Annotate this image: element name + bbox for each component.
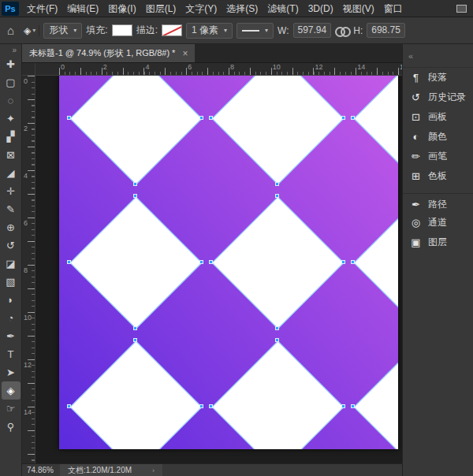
status-chevron-icon[interactable]: › (152, 467, 155, 474)
path-anchor-point[interactable] (351, 260, 355, 264)
hand-tool[interactable]: ☞ (2, 400, 20, 418)
diamond-shape[interactable] (69, 340, 202, 449)
width-input[interactable]: 597.94 (293, 23, 332, 38)
path-anchor-point[interactable] (351, 116, 355, 120)
crop-tool[interactable]: ▞ (2, 128, 20, 146)
shape-tool-preset-button[interactable]: ◈ ▾ (20, 25, 39, 36)
stroke-swatch[interactable] (162, 24, 182, 36)
panel-label: 历史记录 (428, 91, 466, 104)
diamond-shape[interactable] (353, 340, 398, 449)
path-anchor-point[interactable] (133, 194, 137, 198)
link-dimensions-icon[interactable] (335, 26, 349, 35)
stroke-width-select[interactable]: 1 像素 ▾ (186, 23, 233, 39)
menu-item-3[interactable]: 图层(L) (141, 0, 181, 17)
ruler-mark: 2 (24, 125, 28, 132)
path-anchor-point[interactable] (133, 182, 137, 186)
fill-swatch[interactable] (112, 24, 132, 36)
height-input[interactable]: 698.75 (367, 23, 405, 38)
brush-tool[interactable]: ✎ (2, 200, 20, 218)
path-anchor-point[interactable] (209, 404, 213, 408)
menu-item-2[interactable]: 图像(I) (103, 0, 140, 17)
panel-tab-4[interactable]: ✏画笔 (403, 147, 473, 166)
panel-tab-7[interactable]: ◎通道 (403, 213, 473, 232)
path-anchor-point[interactable] (209, 260, 213, 264)
eraser-tool[interactable]: ◪ (2, 255, 20, 273)
path-anchor-point[interactable] (275, 326, 279, 330)
diamond-shape[interactable] (211, 76, 344, 184)
panel-label: 颜色 (428, 130, 447, 143)
menu-item-5[interactable]: 选择(S) (222, 0, 263, 17)
eyedropper-tool[interactable]: ◢ (2, 164, 20, 182)
lasso-tool[interactable]: ◌ (2, 91, 20, 110)
menu-item-6[interactable]: 滤镜(T) (263, 0, 303, 17)
path-anchor-point[interactable] (341, 404, 345, 408)
path-anchor-point[interactable] (67, 116, 71, 120)
path-anchor-point[interactable] (199, 260, 203, 264)
path-anchor-point[interactable] (341, 260, 345, 264)
zoom-tool[interactable]: ⚲ (2, 418, 20, 436)
diamond-shape[interactable] (69, 76, 202, 184)
zoom-level-input[interactable]: 74.86% (22, 466, 60, 474)
menu-item-0[interactable]: 文件(F) (22, 0, 62, 17)
toolbar-collapse-button[interactable]: » (12, 45, 21, 55)
menu-item-8[interactable]: 视图(V) (338, 0, 379, 17)
path-anchor-point[interactable] (275, 182, 279, 186)
path-selection-tool[interactable]: ➤ (2, 363, 20, 381)
expand-panels-button[interactable]: « (403, 44, 473, 68)
diamond-shape[interactable] (353, 196, 398, 329)
path-anchor-point[interactable] (67, 404, 71, 408)
pen-tool[interactable]: ✒ (2, 327, 20, 345)
frame-tool[interactable]: ⊠ (2, 146, 20, 164)
quick-selection-tool[interactable]: ✦ (2, 110, 20, 128)
menu-item-7[interactable]: 3D(D) (304, 0, 338, 17)
window-controls-icon[interactable] (456, 5, 467, 13)
vertical-ruler[interactable]: 02468101214 (22, 76, 35, 463)
ruler-mark: 14 (357, 63, 365, 71)
panel-tab-6[interactable]: ✒路径 (403, 193, 473, 213)
diamond-shape[interactable] (211, 340, 344, 449)
marquee-tool[interactable]: ▢ (2, 73, 20, 91)
panel-tab-0[interactable]: ¶段落 (403, 68, 473, 87)
panel-tab-3[interactable]: ◐颜色 (403, 127, 473, 147)
panel-tab-8[interactable]: ▣图层 (403, 232, 473, 252)
move-tool[interactable]: ✚ (2, 55, 20, 73)
tab-close-icon[interactable]: × (182, 48, 188, 59)
clone-stamp-tool[interactable]: ⊕ (2, 218, 20, 236)
horizontal-ruler[interactable]: 0246810121416 (35, 63, 402, 76)
path-anchor-point[interactable] (199, 116, 203, 120)
path-anchor-point[interactable] (133, 338, 137, 342)
path-anchor-point[interactable] (341, 116, 345, 120)
diamond-shape[interactable] (353, 76, 398, 184)
ruler-mark: 10 (24, 314, 32, 322)
menu-item-1[interactable]: 编辑(E) (62, 0, 103, 17)
dodge-tool[interactable]: ◔ (2, 309, 20, 327)
menu-item-9[interactable]: 窗口 (379, 0, 408, 17)
history-brush-tool[interactable]: ↺ (2, 236, 20, 255)
path-anchor-point[interactable] (199, 404, 203, 408)
type-tool[interactable]: T (2, 345, 20, 363)
gradient-tool[interactable]: ▧ (2, 273, 20, 291)
healing-brush-tool[interactable]: ✛ (2, 182, 20, 200)
path-anchor-point[interactable] (275, 194, 279, 198)
tool-mode-select[interactable]: 形状 ▾ (43, 23, 82, 39)
path-anchor-point[interactable] (209, 116, 213, 120)
blur-tool[interactable]: ◗ (2, 291, 20, 309)
path-anchor-point[interactable] (351, 404, 355, 408)
path-anchor-point[interactable] (133, 326, 137, 330)
path-anchor-point[interactable] (67, 260, 71, 264)
ruler-mark: 6 (188, 63, 192, 71)
document-tab[interactable]: 未标题-1 @ 74.9% (形状 1, RGB/8#) * × (22, 44, 195, 62)
panel-tab-2[interactable]: ⊡画板 (403, 107, 473, 127)
ruler-mark: 0 (61, 63, 65, 71)
shape-tool[interactable]: ◈ (2, 381, 20, 400)
panel-tab-5[interactable]: ⊞色板 (403, 166, 473, 186)
panel-tab-1[interactable]: ↺历史记录 (403, 87, 473, 107)
ruler-mark: 14 (24, 408, 32, 416)
home-icon[interactable]: ⌂ (5, 24, 17, 37)
diamond-shape[interactable] (69, 196, 202, 329)
path-anchor-point[interactable] (275, 338, 279, 342)
menu-item-4[interactable]: 文字(Y) (181, 0, 222, 17)
stroke-type-select[interactable]: ▾ (236, 23, 274, 39)
document-canvas[interactable] (59, 76, 398, 449)
diamond-shape[interactable] (211, 196, 344, 329)
